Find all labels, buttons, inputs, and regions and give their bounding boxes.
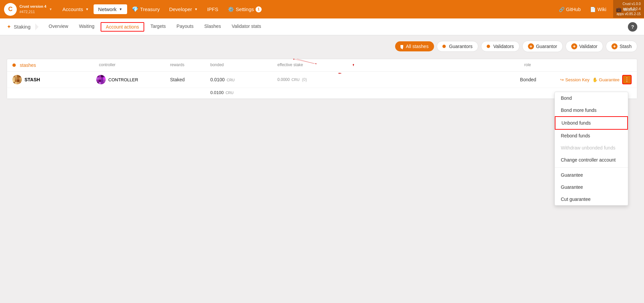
version-badge: Crust v1.0.0 api v4.2.2-4 apps v0.85.2-1… <box>613 0 644 18</box>
table-row: STASH <box>7 72 637 88</box>
wiki-icon: 📄 <box>590 7 596 12</box>
github-icon: 🔗 <box>559 7 565 12</box>
nav-network[interactable]: Network ▼ <box>94 4 127 14</box>
col-role: role <box>524 62 565 68</box>
main-content: ◂ All stashes Guarantors Validators + Gu… <box>0 35 644 303</box>
topnav: C Crust version 4 #472,211 ▼ Accounts ▼ … <box>0 0 644 18</box>
subnav-overview[interactable]: Overview <box>44 18 73 35</box>
stash-name: STASH <box>24 77 40 82</box>
subnav-account-actions[interactable]: Account actions <box>101 22 145 32</box>
chevron-down-icon: ▼ <box>195 7 198 11</box>
subnav-items: Overview Waiting Account actions Targets… <box>44 18 266 35</box>
logo-area[interactable]: C Crust version 4 #472,211 ▼ <box>4 3 52 16</box>
subnav-payouts[interactable]: Payouts <box>172 18 198 35</box>
nav-github[interactable]: 🔗 GitHub <box>555 5 585 14</box>
dropdown-unbond[interactable]: Unbond funds <box>555 116 628 130</box>
guarantors-dot <box>442 45 446 48</box>
dropdown-guarantee-2[interactable]: Guarantee <box>555 181 628 193</box>
bonded-cell: 0.0100 CRU <box>210 77 277 82</box>
add-validator-button[interactable]: + Validator <box>566 41 603 52</box>
subnav-validator-stats[interactable]: Validator stats <box>227 18 266 35</box>
bonded-summary-row: 0.0100 CRU <box>7 88 637 99</box>
role-cell: Bonded <box>520 77 560 82</box>
add-stash-button[interactable]: + Stash <box>606 41 637 52</box>
settings-icon: ⚙️ <box>228 6 234 12</box>
stashes-indicator <box>12 63 16 67</box>
controller-cell: CONTROLLER <box>96 75 170 84</box>
row-actions: ↪ Session Key ✋ Guarantee ⋮ Bond <box>560 75 632 84</box>
subnav-targets[interactable]: Targets <box>146 18 170 35</box>
ellipsis-icon: ⋮ <box>624 77 630 83</box>
validators-dot <box>487 45 490 48</box>
col-bonded: bonded <box>210 62 277 68</box>
more-options-button[interactable]: ⋮ <box>622 75 632 84</box>
nav-ipfs[interactable]: IPFS <box>202 4 223 14</box>
dropdown-guarantee-1[interactable]: Guarantee <box>555 169 628 181</box>
subnav-slashes[interactable]: Slashes <box>200 18 226 35</box>
settings-badge: 1 <box>256 6 262 12</box>
hand-icon: ✋ <box>592 77 598 82</box>
col-stake: effective stake <box>277 62 524 68</box>
col-stashes: stashes <box>12 62 96 68</box>
controller-name: CONTROLLER <box>108 77 138 82</box>
col-rewards: rewards <box>170 62 210 68</box>
logo-icon: C <box>4 3 17 16</box>
nav-treasury[interactable]: 💎 Treasury <box>127 4 165 14</box>
plus-icon: + <box>528 43 534 49</box>
stash-identicon <box>12 75 22 84</box>
chevron-down-icon: ▼ <box>86 7 89 11</box>
nav-developer[interactable]: Developer ▼ <box>164 4 202 14</box>
dropdown-bond[interactable]: Bond <box>555 92 628 104</box>
plus-icon: + <box>571 43 577 49</box>
filter-all-stashes[interactable]: ◂ All stashes <box>395 41 434 51</box>
session-key-button[interactable]: ↪ Session Key <box>560 77 589 82</box>
nav-accounts[interactable]: Accounts ▼ <box>58 4 94 14</box>
treasury-icon: 💎 <box>132 6 139 12</box>
plus-icon: + <box>611 43 618 49</box>
nav-settings[interactable]: ⚙️ Settings 1 <box>223 4 266 14</box>
app-version: Crust version 4 <box>19 4 46 9</box>
chevron-down-icon: ▼ <box>119 7 122 11</box>
nav-wiki[interactable]: 📄 Wiki <box>586 5 610 14</box>
stashes-table-wrapper: stashes controller rewards bonded effect… <box>7 59 637 99</box>
stashes-table: stashes controller rewards bonded effect… <box>7 59 637 99</box>
subnav-waiting[interactable]: Waiting <box>74 18 99 35</box>
subnav: ✦ Staking Overview Waiting Account actio… <box>0 18 644 35</box>
filter-icon: ◂ <box>400 45 403 48</box>
help-button[interactable]: ? <box>628 22 637 32</box>
dropdown-divider <box>555 167 628 168</box>
bonded-summary: 0.0100 CRU <box>210 90 277 95</box>
staking-icon: ✦ <box>7 24 11 30</box>
logo-text: Crust version 4 #472,211 <box>19 4 46 14</box>
dropdown-cut-guarantee[interactable]: Cut guarantee <box>555 193 628 205</box>
filter-bar: ◂ All stashes Guarantors Validators + Gu… <box>7 41 637 52</box>
filter-guarantors[interactable]: Guarantors <box>437 41 478 52</box>
dropdown-rebond[interactable]: Rebond funds <box>555 130 628 142</box>
dropdown-bond-more[interactable]: Bond more funds <box>555 104 628 116</box>
guarantee-button[interactable]: ✋ Guarantee <box>592 77 620 82</box>
dropdown-change-controller[interactable]: Change controller account <box>555 154 628 166</box>
controller-identicon <box>96 75 106 84</box>
table-header: stashes controller rewards bonded effect… <box>7 59 637 72</box>
stake-cell: 0.0000 CRU (0) <box>277 77 520 82</box>
staking-section-label: ✦ Staking <box>7 24 36 30</box>
stash-cell: STASH <box>12 75 96 84</box>
col-actions <box>565 62 632 68</box>
rewards-cell: Staked <box>170 77 210 82</box>
col-controller: controller <box>96 62 170 68</box>
dropdown-withdraw: Withdraw unbonded funds <box>555 142 628 154</box>
filter-validators[interactable]: Validators <box>481 41 520 52</box>
session-key-icon: ↪ <box>560 77 564 82</box>
dropdown-menu: Bond Bond more funds Unbond funds Rebond… <box>554 92 628 206</box>
app-hash: #472,211 <box>19 9 46 14</box>
add-guarantor-button[interactable]: + Guarantor <box>522 41 563 52</box>
